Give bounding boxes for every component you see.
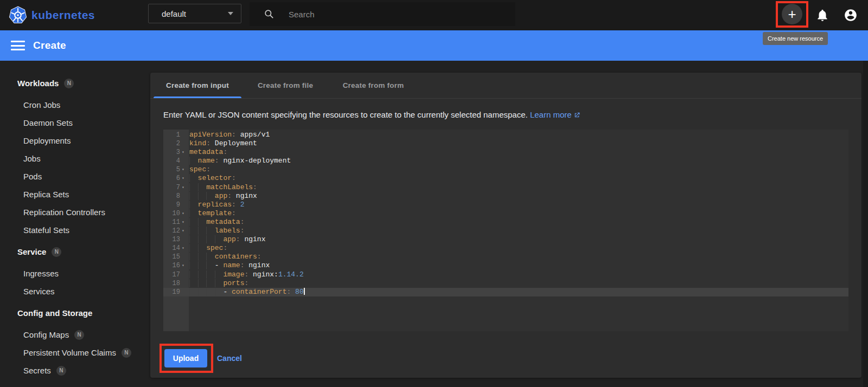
code-line-2: 2kind: Deployment — [163, 139, 848, 148]
code-text: kind: Deployment — [189, 139, 848, 148]
sidebar-item-config-maps[interactable]: Config MapsN — [0, 326, 150, 344]
code-line-13: 13 app: nginx — [163, 235, 848, 244]
sidebar-item-ingresses[interactable]: Ingresses — [0, 265, 150, 282]
editor-lines: 1apiVersion: apps/v12kind: Deployment3▾m… — [163, 130, 848, 296]
sidebar-item-services[interactable]: Services — [0, 282, 150, 300]
learn-more-link[interactable]: Learn more — [530, 110, 572, 119]
upload-button[interactable]: Upload — [164, 349, 207, 367]
code-text: app: nginx — [189, 192, 848, 201]
namespaced-badge: N — [122, 348, 131, 358]
create-resource-tooltip: Create new resource — [763, 32, 828, 45]
hamburger-menu-icon[interactable] — [11, 41, 25, 50]
fold-spacer — [180, 157, 189, 165]
annotation-box-plus — [776, 1, 808, 28]
code-text: metadata: — [189, 148, 848, 157]
sidebar-item-jobs[interactable]: Jobs — [0, 150, 150, 167]
code-line-11: 11▾ metadata: — [163, 218, 848, 227]
fold-arrow-icon[interactable]: ▾ — [180, 209, 189, 218]
code-line-15: 15 containers: — [163, 253, 848, 261]
page-scrollbar[interactable] — [863, 61, 868, 387]
fold-arrow-icon[interactable]: ▾ — [180, 148, 189, 157]
cancel-button[interactable]: Cancel — [217, 349, 242, 367]
app-bar: Create Create new resource — [0, 30, 868, 61]
fold-spacer — [180, 131, 189, 139]
tab-create-from-file[interactable]: Create from file — [241, 73, 329, 98]
fold-spacer — [180, 139, 189, 148]
code-line-10: 10▾ template: — [163, 209, 848, 218]
tab-create-from-form[interactable]: Create from form — [329, 73, 417, 98]
code-line-3: 3▾metadata: — [163, 148, 848, 157]
sidebar: WorkloadsNCron JobsDaemon SetsDeployment… — [0, 61, 150, 387]
code-line-7: 7▾ matchLabels: — [163, 183, 848, 192]
code-line-8: 8 app: nginx — [163, 192, 848, 201]
text-cursor — [304, 288, 305, 295]
sidebar-item-pods[interactable]: Pods — [0, 167, 150, 185]
sidebar-section-service[interactable]: ServiceN — [0, 243, 150, 261]
fold-spacer — [180, 279, 189, 288]
line-number: 6 — [163, 174, 180, 183]
search-bar[interactable] — [250, 2, 515, 26]
code-line-6: 6▾ selector: — [163, 174, 848, 183]
sidebar-item-deployments[interactable]: Deployments — [0, 132, 150, 150]
code-line-12: 12▾ labels: — [163, 227, 848, 235]
sidebar-item-stateful-sets[interactable]: Stateful Sets — [0, 221, 150, 239]
item-label: Daemon Sets — [23, 118, 73, 127]
tab-bar: Create from inputCreate from fileCreate … — [150, 73, 861, 99]
sidebar-item-replication-controllers[interactable]: Replication Controllers — [0, 203, 150, 221]
brand-title[interactable]: kubernetes — [31, 0, 95, 30]
item-label: Deployments — [23, 136, 71, 145]
notifications-bell-icon[interactable] — [815, 8, 829, 22]
line-number: 2 — [163, 139, 180, 148]
account-avatar-icon[interactable] — [844, 8, 858, 22]
fold-arrow-icon[interactable]: ▾ — [180, 227, 189, 235]
line-number: 12 — [163, 227, 180, 235]
sidebar-item-cron-jobs[interactable]: Cron Jobs — [0, 96, 150, 114]
line-number: 13 — [163, 235, 180, 244]
tab-create-from-input[interactable]: Create from input — [154, 73, 241, 98]
code-line-19: 19 - containerPort: 80 — [163, 288, 848, 296]
sidebar-section-config-and-storage[interactable]: Config and Storage — [0, 304, 150, 322]
fold-arrow-icon[interactable]: ▾ — [180, 244, 189, 253]
sidebar-section-workloads[interactable]: WorkloadsN — [0, 74, 150, 92]
line-number: 8 — [163, 192, 180, 201]
line-number: 7 — [163, 183, 180, 192]
create-card: Create from inputCreate from fileCreate … — [150, 73, 861, 378]
external-link-icon — [573, 111, 580, 120]
fold-spacer — [180, 253, 189, 261]
fold-arrow-icon[interactable]: ▾ — [180, 261, 189, 270]
code-line-5: 5▾spec: — [163, 165, 848, 174]
sidebar-item-daemon-sets[interactable]: Daemon Sets — [0, 114, 150, 132]
code-text: labels: — [189, 227, 848, 235]
item-label: Replication Controllers — [23, 208, 105, 217]
fold-arrow-icon[interactable]: ▾ — [180, 183, 189, 192]
section-label: Config and Storage — [17, 308, 92, 318]
fold-arrow-icon[interactable]: ▾ — [180, 165, 189, 174]
fold-arrow-icon[interactable]: ▾ — [180, 218, 189, 227]
sidebar-item-secrets[interactable]: SecretsN — [0, 362, 150, 379]
line-number: 17 — [163, 270, 180, 279]
code-text: spec: — [189, 165, 848, 174]
item-label: Cron Jobs — [23, 100, 60, 109]
section-label: Service — [17, 247, 46, 256]
code-text: selector: — [189, 174, 848, 183]
instruction-text: Enter YAML or JSON content specifying th… — [163, 110, 848, 120]
line-number: 9 — [163, 201, 180, 209]
code-text: matchLabels: — [189, 183, 848, 192]
yaml-editor[interactable]: 1apiVersion: apps/v12kind: Deployment3▾m… — [163, 130, 848, 331]
fold-spacer — [180, 201, 189, 209]
sidebar-item-persistent-volume-claims[interactable]: Persistent Volume ClaimsN — [0, 344, 150, 362]
namespaced-badge: N — [52, 247, 61, 257]
item-label: Secrets — [23, 366, 51, 375]
sidebar-item-replica-sets[interactable]: Replica Sets — [0, 185, 150, 203]
line-number: 3 — [163, 148, 180, 157]
code-text: template: — [189, 209, 848, 218]
code-text: - containerPort: 80 — [189, 288, 848, 296]
code-text: containers: — [189, 253, 848, 261]
line-number: 11 — [163, 218, 180, 227]
namespace-selector[interactable]: default — [148, 4, 241, 23]
line-number: 16 — [163, 261, 180, 270]
item-label: Replica Sets — [23, 190, 69, 199]
namespaced-badge: N — [56, 366, 66, 376]
search-input[interactable] — [289, 10, 473, 19]
fold-arrow-icon[interactable]: ▾ — [180, 174, 189, 183]
